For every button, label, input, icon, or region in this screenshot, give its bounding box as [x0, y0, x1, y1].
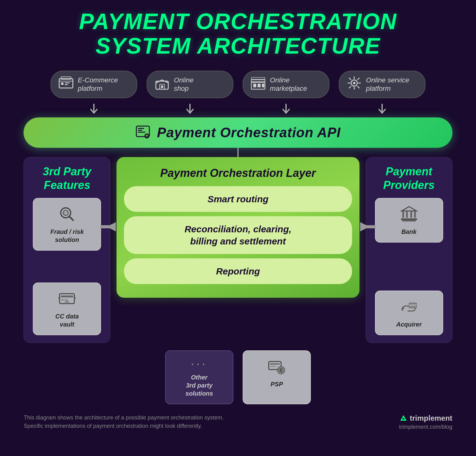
ecommerce-icon — [59, 76, 73, 93]
svg-rect-13 — [258, 84, 261, 87]
svg-rect-40 — [401, 218, 417, 220]
smart-routing-item: Smart routing — [124, 186, 352, 212]
main-section: 3rd PartyFeatures Fraud / risksolution — [24, 157, 452, 343]
marketplace-icon — [251, 76, 266, 93]
source-arrows — [12, 104, 464, 115]
source-online-shop: Onlineshop — [147, 71, 233, 98]
svg-rect-8 — [161, 86, 163, 88]
svg-rect-12 — [253, 84, 256, 87]
center-panel: Payment Orchestration Layer Smart routin… — [117, 157, 359, 297]
svg-point-16 — [353, 82, 355, 84]
svg-rect-45 — [270, 363, 280, 365]
other-3rd-party-box: ··· Other3rd partysolutions — [165, 350, 233, 404]
service-label: Online serviceplatform — [366, 76, 409, 93]
other-3rd-label: Other3rd partysolutions — [186, 373, 213, 397]
reporting-item: Reporting — [124, 258, 352, 284]
bank-box: Bank — [375, 198, 443, 243]
service-icon — [347, 76, 362, 93]
fraud-icon — [58, 205, 76, 225]
svg-rect-37 — [406, 211, 408, 218]
online-shop-icon — [155, 76, 170, 93]
svg-rect-19 — [138, 130, 142, 131]
svg-rect-29 — [61, 299, 64, 300]
acquirer-label: Acquirer — [396, 320, 421, 328]
svg-rect-20 — [138, 132, 145, 133]
cc-vault-box: CC datavault — [33, 283, 101, 335]
acquirer-box: Acquirer — [375, 291, 443, 335]
center-wrapper: Payment Orchestration Layer Smart routin… — [117, 157, 359, 297]
right-panel: PaymentProviders Bank — [366, 157, 452, 343]
svg-rect-43 — [409, 305, 416, 306]
svg-rect-41 — [402, 220, 416, 221]
source-service: Online serviceplatform — [339, 71, 425, 98]
api-icon — [135, 124, 151, 141]
source-marketplace: Onlinemarketplace — [243, 71, 329, 98]
svg-rect-4 — [65, 82, 70, 83]
svg-rect-46 — [270, 366, 276, 367]
marketplace-label: Onlinemarketplace — [270, 76, 307, 93]
psp-label: PSP — [271, 380, 283, 388]
bank-label: Bank — [401, 228, 416, 236]
svg-rect-34 — [366, 225, 376, 228]
source-ecommerce: E-Commerceplatform — [51, 71, 137, 98]
svg-rect-36 — [402, 211, 404, 218]
right-panel-title: PaymentProviders — [383, 165, 435, 191]
left-panel-title: 3rd PartyFeatures — [43, 165, 91, 191]
svg-rect-14 — [262, 84, 264, 87]
brand-name: trimplement — [400, 414, 452, 423]
acquirer-icon — [400, 297, 418, 317]
svg-point-28 — [66, 302, 68, 303]
other-3rd-icon: ··· — [191, 357, 208, 370]
cc-vault-label: CC datavault — [55, 312, 79, 328]
cc-vault-icon — [58, 289, 76, 309]
online-shop-label: Onlineshop — [174, 76, 194, 93]
svg-rect-30 — [65, 299, 68, 300]
psp-box: € PSP — [243, 350, 311, 404]
reconciliation-item: Reconciliation, clearing,billing and set… — [124, 216, 352, 254]
page-title: PAYMENT ORCHESTRATION SYSTEM ARCHITECTUR… — [79, 9, 397, 58]
brand-url: trimplement.com/blog — [399, 424, 452, 430]
fraud-risk-box: Fraud / risksolution — [33, 198, 101, 251]
psp-icon: € — [267, 357, 286, 377]
svg-marker-35 — [402, 207, 416, 211]
svg-rect-3 — [61, 82, 64, 85]
center-panel-title: Payment Orchestration Layer — [124, 166, 352, 180]
api-bar: Payment Orchestration API — [24, 117, 452, 148]
ecommerce-label: E-Commerceplatform — [78, 76, 118, 93]
svg-rect-5 — [65, 84, 68, 85]
svg-rect-26 — [61, 296, 73, 297]
svg-rect-39 — [414, 211, 416, 218]
bank-icon — [400, 205, 418, 225]
svg-rect-32 — [100, 225, 110, 228]
svg-rect-38 — [410, 211, 412, 218]
fraud-label: Fraud / risksolution — [51, 228, 84, 244]
svg-point-51 — [403, 418, 404, 420]
footer: This diagram shows the architecture of a… — [24, 410, 452, 433]
footer-brand: trimplement trimplement.com/blog — [399, 414, 452, 430]
bottom-row: ··· Other3rd partysolutions € PSP — [24, 350, 452, 404]
left-panel: 3rd PartyFeatures Fraud / risksolution — [24, 157, 110, 343]
api-label: Payment Orchestration API — [157, 125, 341, 140]
footer-description: This diagram shows the architecture of a… — [24, 414, 225, 430]
svg-rect-18 — [138, 128, 144, 129]
sources-row: E-Commerceplatform Onlineshop Onli — [12, 71, 464, 98]
svg-line-24 — [69, 216, 73, 220]
